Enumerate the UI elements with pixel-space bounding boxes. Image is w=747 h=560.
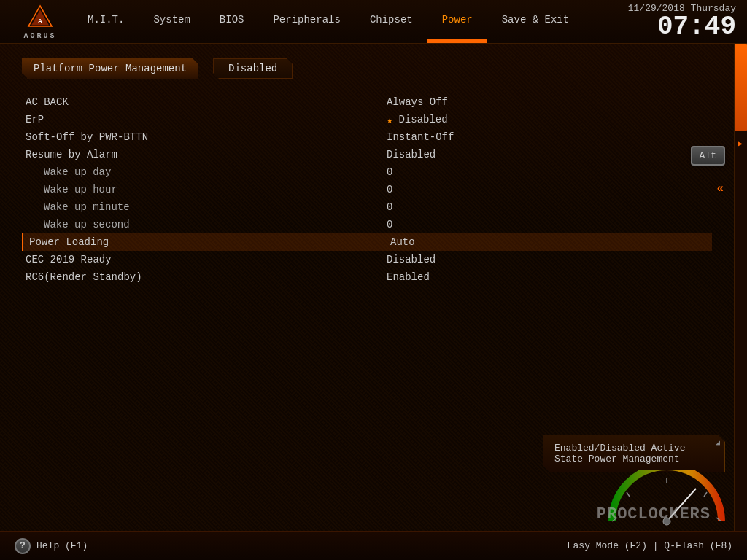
- header: A AORUS M.I.T. System BIOS Peripherals C…: [0, 0, 747, 44]
- tooltip-text: Enabled/Disabled Active State Power Mana…: [554, 443, 685, 464]
- bottom-actions: Easy Mode (F2) | Q-Flash (F8): [568, 540, 732, 551]
- setting-label-rc6: RC6(Render Standby): [22, 271, 387, 283]
- setting-label-ac-back: AC BACK: [22, 96, 387, 108]
- setting-row-rc6[interactable]: RC6(Render Standby) Enabled: [22, 268, 712, 286]
- setting-label-cec: CEC 2019 Ready: [22, 254, 387, 265]
- setting-row-wake-hour[interactable]: Wake up hour 0: [22, 181, 712, 198]
- setting-label-wake-hour: Wake up hour: [22, 184, 387, 195]
- datetime-area: 11/29/2018 Thursday 07:49: [628, 3, 747, 40]
- nav-item-save-exit[interactable]: Save & Exit: [487, 0, 584, 43]
- nav-item-bios[interactable]: BIOS: [205, 0, 259, 43]
- nav-item-peripherals[interactable]: Peripherals: [258, 0, 355, 43]
- nav-item-mit[interactable]: M.I.T.: [73, 0, 139, 43]
- proclockers-watermark: PROCLOCKERS: [597, 505, 711, 524]
- setting-row-soft-off[interactable]: Soft-Off by PWR-BTTN Instant-Off: [22, 128, 712, 146]
- setting-label-erp: ErP: [22, 114, 387, 125]
- svg-line-6: [704, 492, 707, 497]
- help-label: Help (F1): [36, 540, 88, 551]
- setting-row-cec[interactable]: CEC 2019 Ready Disabled: [22, 251, 712, 268]
- svg-text:A: A: [38, 18, 42, 26]
- scroll-arrow-down[interactable]: ▶: [735, 139, 746, 149]
- setting-row-ac-back[interactable]: AC BACK Always Off: [22, 93, 712, 111]
- setting-value-cec: Disabled: [387, 254, 712, 265]
- help-area[interactable]: ? Help (F1): [15, 538, 88, 554]
- setting-value-power-loading: Auto: [390, 236, 712, 248]
- setting-label-wake-minute: Wake up minute: [22, 201, 387, 213]
- nav-area: M.I.T. System BIOS Peripherals Chipset P…: [73, 0, 628, 43]
- setting-row-wake-day[interactable]: Wake up day 0: [22, 163, 712, 181]
- setting-value-ac-back: Always Off: [387, 96, 712, 108]
- star-icon: ★: [387, 114, 392, 126]
- setting-row-erp[interactable]: ErP ★ Disabled: [22, 111, 712, 128]
- setting-value-resume-alarm: Disabled: [387, 149, 712, 160]
- setting-value-soft-off: Instant-Off: [387, 131, 712, 143]
- right-scrollbar[interactable]: ▶: [734, 44, 747, 560]
- setting-label-wake-day: Wake up day: [22, 166, 387, 178]
- setting-row-resume-alarm[interactable]: Resume by Alarm Disabled: [22, 146, 712, 163]
- setting-value-erp: ★ Disabled: [387, 114, 712, 126]
- setting-label-soft-off: Soft-Off by PWR-BTTN: [22, 131, 387, 143]
- settings-table: AC BACK Always Off ErP ★ Disabled Soft-O…: [22, 93, 712, 286]
- setting-value-rc6: Enabled: [387, 271, 712, 283]
- setting-row-wake-second[interactable]: Wake up second 0: [22, 216, 712, 233]
- logo-area: A AORUS: [0, 3, 73, 40]
- logo-text: AORUS: [23, 32, 56, 40]
- main-content: Platform Power Management Disabled AC BA…: [0, 44, 734, 300]
- setting-value-wake-minute: 0: [387, 201, 712, 213]
- tooltip-corner: ◢: [716, 438, 720, 447]
- scrollbar-thumb: [735, 44, 747, 131]
- setting-value-wake-second: 0: [387, 219, 712, 230]
- tooltip-box: Enabled/Disabled Active State Power Mana…: [543, 435, 725, 472]
- section-header: Platform Power Management Disabled: [22, 58, 712, 79]
- setting-value-wake-day: 0: [387, 166, 712, 178]
- nav-item-power[interactable]: Power: [427, 0, 487, 43]
- bottom-bar: ? Help (F1) Easy Mode (F2) | Q-Flash (F8…: [0, 531, 747, 560]
- setting-row-wake-minute[interactable]: Wake up minute 0: [22, 198, 712, 216]
- setting-label-power-loading: Power Loading: [26, 236, 390, 248]
- section-value: Disabled: [213, 58, 293, 79]
- nav-item-system[interactable]: System: [139, 0, 204, 43]
- nav-item-chipset[interactable]: Chipset: [355, 0, 427, 43]
- svg-line-4: [627, 492, 630, 497]
- setting-label-wake-second: Wake up second: [22, 219, 387, 230]
- help-icon: ?: [15, 538, 31, 554]
- datetime-time: 07:49: [628, 14, 736, 40]
- setting-value-wake-hour: 0: [387, 184, 712, 195]
- section-title: Platform Power Management: [22, 58, 198, 79]
- aorus-logo-icon: A: [26, 3, 55, 32]
- setting-row-power-loading[interactable]: Power Loading Auto: [22, 233, 712, 251]
- setting-label-resume-alarm: Resume by Alarm: [22, 149, 387, 160]
